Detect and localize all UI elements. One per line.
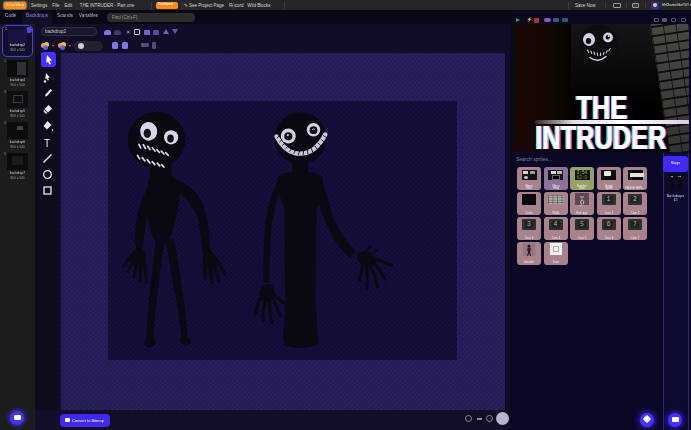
svg-text:T: T: [44, 138, 50, 149]
